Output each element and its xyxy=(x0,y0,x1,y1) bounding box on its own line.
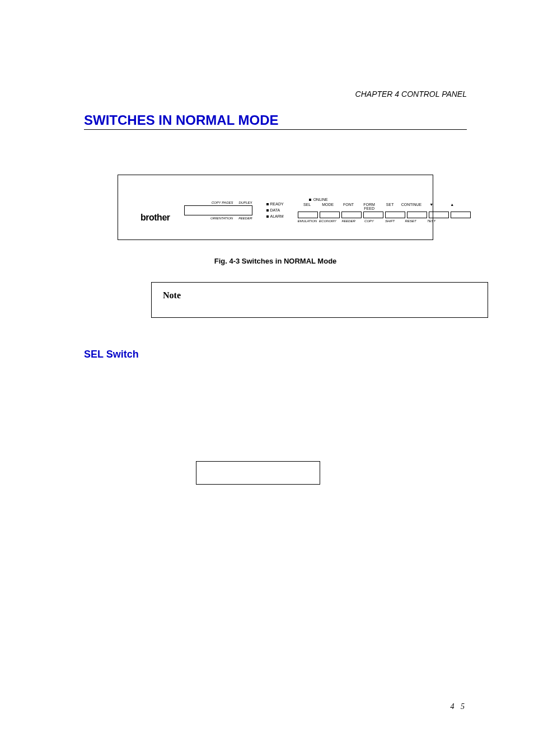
lcd-block: COPY PAGES DUPLEX ORIENTATION FEEDER xyxy=(184,201,252,220)
led-column: READY DATA ALARM xyxy=(266,202,284,218)
label-formfeed: FORM FEED xyxy=(360,203,379,210)
switch-set[interactable] xyxy=(385,212,405,218)
led-data-label: DATA xyxy=(270,208,280,212)
brother-logo: brother xyxy=(140,213,170,223)
led-indicator-icon xyxy=(266,215,269,218)
switch-font[interactable] xyxy=(341,212,362,218)
label-economy: ECONOMY xyxy=(318,219,338,223)
label-up: ▲ xyxy=(443,203,462,210)
switch-row xyxy=(298,212,471,218)
switch-bottom-labels: EMULATION ECONOMY FEEDER COPY SHIFT RESE… xyxy=(298,219,471,223)
switch-down[interactable] xyxy=(429,212,449,218)
led-data: DATA xyxy=(266,208,284,212)
led-ready: READY xyxy=(266,202,284,206)
main-controls: ONLINE SEL MODE FONT FORM FEED SET CONTI… xyxy=(298,198,471,223)
led-online-label: ONLINE xyxy=(313,198,328,201)
label-sel: SEL xyxy=(298,203,317,210)
label-continue: CONTINUE xyxy=(401,203,420,210)
led-ready-label: READY xyxy=(270,202,284,206)
note-label: Note xyxy=(163,290,476,300)
logo-area: brother xyxy=(140,213,170,223)
lcd-label-orientation: ORIENTATION xyxy=(210,217,233,220)
switch-sel[interactable] xyxy=(298,212,318,218)
led-alarm-label: ALARM xyxy=(270,214,284,218)
led-indicator-icon xyxy=(266,209,269,212)
lcd-label-duplex: DUPLEX xyxy=(238,201,252,204)
page: CHAPTER 4 CONTROL PANEL SWITCHES IN NORM… xyxy=(0,0,534,756)
lcd-label-copy-pages: COPY PAGES xyxy=(212,201,233,204)
label-emulation: EMULATION xyxy=(298,219,317,223)
switch-continue[interactable] xyxy=(407,212,427,218)
led-indicator-icon xyxy=(266,203,269,205)
label-down: ▼ xyxy=(422,203,441,210)
figure-caption: Fig. 4-3 Switches in NORMAL Mode xyxy=(84,257,467,265)
label-shift: SHIFT xyxy=(381,219,400,223)
switch-up[interactable] xyxy=(451,212,471,218)
section-title: SWITCHES IN NORMAL MODE xyxy=(84,112,467,130)
label-mode: MODE xyxy=(318,203,338,210)
note-box: Note xyxy=(151,282,488,318)
led-indicator-icon xyxy=(309,199,311,201)
switch-formfeed[interactable] xyxy=(363,212,383,218)
label-feeder: FEEDER xyxy=(339,219,358,223)
switch-top-labels: SEL MODE FONT FORM FEED SET CONTINUE ▼ ▲ xyxy=(298,203,471,210)
page-number: 4 5 xyxy=(451,702,467,711)
chapter-header: CHAPTER 4 CONTROL PANEL xyxy=(84,90,467,98)
label-copy: COPY xyxy=(360,219,379,223)
label-font: FONT xyxy=(339,203,358,210)
control-panel-figure: brother COPY PAGES DUPLEX ORIENTATION FE… xyxy=(118,175,433,240)
display-box xyxy=(196,461,320,485)
lcd-screen xyxy=(184,205,252,215)
lcd-bottom-labels: ORIENTATION FEEDER xyxy=(184,217,252,220)
label-reset: RESET xyxy=(401,219,420,223)
label-test: TEST xyxy=(422,219,441,223)
sel-switch-heading: SEL Switch xyxy=(84,349,467,360)
lcd-label-feeder: FEEDER xyxy=(238,217,252,220)
led-alarm: ALARM xyxy=(266,214,284,218)
label-set: SET xyxy=(381,203,400,210)
led-online: ONLINE xyxy=(309,198,471,201)
lcd-top-labels: COPY PAGES DUPLEX xyxy=(184,201,252,204)
panel-inner: brother COPY PAGES DUPLEX ORIENTATION FE… xyxy=(140,198,410,223)
switch-mode[interactable] xyxy=(320,212,340,218)
